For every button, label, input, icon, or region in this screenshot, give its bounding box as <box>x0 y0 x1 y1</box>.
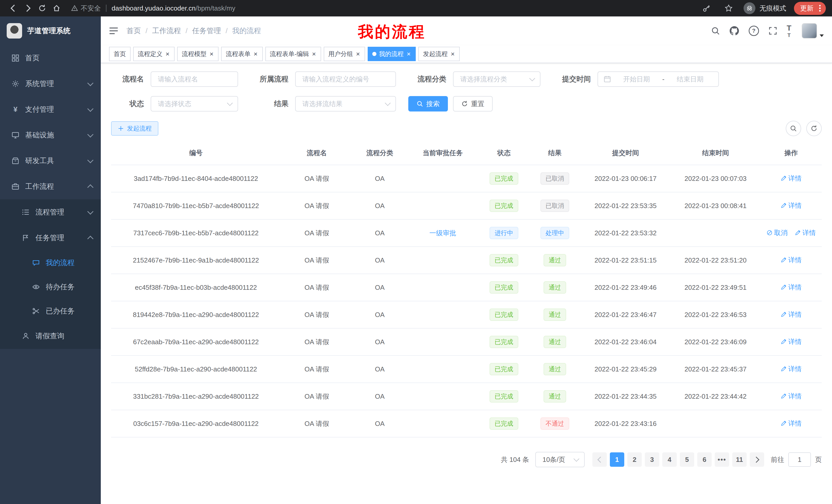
workflow-submenu: 流程管理 任务管理 我的流程 待办任务 <box>0 199 101 349</box>
submit-time-range-picker[interactable]: - <box>598 72 719 87</box>
detail-action-link[interactable]: 详情 <box>781 337 802 346</box>
end-date-input[interactable] <box>668 75 713 84</box>
current-task-link[interactable]: 一级审批 <box>430 229 456 237</box>
tabs-bar: 首页流程定义×流程模型×流程表单×流程表单-编辑×用户分组×我的流程×发起流程× <box>101 45 832 63</box>
browser-update-button[interactable]: 更新 <box>794 2 826 15</box>
category-select-input[interactable] <box>459 75 527 84</box>
app-logo[interactable]: 芋道管理系统 <box>0 17 101 45</box>
sidebar-item-process-management[interactable]: 流程管理 <box>0 199 101 225</box>
reset-button[interactable]: 重置 <box>453 96 493 111</box>
sidebar-item-my-process[interactable]: 我的流程 <box>0 251 101 275</box>
fullscreen-icon[interactable] <box>769 27 777 35</box>
search-icon[interactable] <box>711 26 720 35</box>
process-definition-input[interactable] <box>301 75 390 84</box>
edit-icon <box>781 175 787 181</box>
start-process-button[interactable]: 发起流程 <box>111 121 158 136</box>
help-icon[interactable]: ? <box>749 26 759 36</box>
cell-actions: 详情 <box>760 192 822 219</box>
status-select[interactable] <box>151 96 238 111</box>
tab-用户分组[interactable]: 用户分组× <box>324 47 365 61</box>
detail-action-link[interactable]: 详情 <box>781 201 802 210</box>
hamburger-icon[interactable] <box>109 27 118 35</box>
tab-close-icon[interactable]: × <box>406 51 411 57</box>
process-name-input[interactable] <box>157 75 232 84</box>
tab-流程定义[interactable]: 流程定义× <box>133 47 175 61</box>
pager-page-2[interactable]: 2 <box>627 452 642 467</box>
tab-close-icon[interactable]: × <box>165 51 170 57</box>
sidebar-item-system-management[interactable]: 系统管理 <box>0 71 101 96</box>
browser-home-button[interactable] <box>49 1 64 16</box>
category-select[interactable] <box>453 72 541 87</box>
tab-close-icon[interactable]: × <box>356 51 361 57</box>
cell-status: 已完成 <box>479 356 529 383</box>
browser-back-button[interactable] <box>6 1 21 16</box>
tab-close-icon[interactable]: × <box>312 51 316 57</box>
toolbox-icon <box>11 157 20 165</box>
tab-流程模型[interactable]: 流程模型× <box>177 47 218 61</box>
detail-action-link[interactable]: 详情 <box>781 365 802 373</box>
column-header-result: 结果 <box>529 141 580 165</box>
sidebar-item-dev-tools[interactable]: 研发工具 <box>0 148 101 174</box>
sidebar-item-todo-tasks[interactable]: 待办任务 <box>0 275 101 299</box>
search-button[interactable]: 搜索 <box>408 96 448 111</box>
status-select-input[interactable] <box>157 100 225 108</box>
cell-end-time: 2022-01-22 23:51:20 <box>671 247 760 274</box>
detail-action-link[interactable]: 详情 <box>781 283 802 292</box>
process-definition-input-wrap <box>295 72 396 87</box>
breadcrumb-item[interactable]: 任务管理 <box>192 26 221 36</box>
pager-more-button[interactable]: ••• <box>715 452 729 467</box>
result-select-input[interactable] <box>301 100 383 108</box>
toggle-search-button[interactable] <box>786 121 801 136</box>
page-size-select[interactable] <box>535 452 585 467</box>
detail-action-link[interactable]: 详情 <box>781 419 802 428</box>
sidebar-item-infrastructure[interactable]: 基础设施 <box>0 122 101 148</box>
tab-流程表单[interactable]: 流程表单× <box>221 47 262 61</box>
pager-next-button[interactable] <box>750 452 764 467</box>
pager-page-5[interactable]: 5 <box>680 452 694 467</box>
breadcrumb-item[interactable]: 首页 <box>127 26 141 36</box>
sidebar-item-payment-management[interactable]: ¥ 支付管理 <box>0 96 101 122</box>
result-select[interactable] <box>295 96 396 111</box>
tab-close-icon[interactable]: × <box>450 51 455 57</box>
font-size-icon[interactable]: TT <box>787 24 792 38</box>
cancel-action-link[interactable]: 取消 <box>766 228 787 237</box>
sidebar-item-done-tasks[interactable]: 已办任务 <box>0 299 101 323</box>
breadcrumb-item[interactable]: 工作流程 <box>152 26 181 36</box>
pager-page-1[interactable]: 1 <box>610 452 624 467</box>
sidebar-item-leave-query[interactable]: 请假查询 <box>0 323 101 349</box>
detail-action-link[interactable]: 详情 <box>781 310 802 319</box>
sidebar-item-task-management[interactable]: 任务管理 <box>0 225 101 251</box>
address-bar[interactable]: 不安全 dashboard.yudao.iocoder.cn/bpm/task/… <box>71 4 235 13</box>
tab-close-icon[interactable]: × <box>253 51 258 57</box>
page-size-value[interactable] <box>542 455 571 464</box>
cell-current-task <box>407 301 479 328</box>
detail-action-link[interactable]: 详情 <box>781 256 802 264</box>
pager-prev-button[interactable] <box>592 452 607 467</box>
user-menu[interactable] <box>802 23 824 38</box>
tab-我的流程[interactable]: 我的流程× <box>368 47 416 61</box>
bookmark-star-icon[interactable] <box>722 1 736 16</box>
sidebar-item-workflow[interactable]: 工作流程 <box>0 174 101 199</box>
browser-menu-icon[interactable] <box>817 5 822 11</box>
tab-首页[interactable]: 首页 <box>109 47 131 61</box>
pagination: 共 104 条 123456•••11 前往 页 <box>111 452 822 488</box>
detail-action-link[interactable]: 详情 <box>781 392 802 401</box>
pager-page-4[interactable]: 4 <box>662 452 677 467</box>
pager-page-6[interactable]: 6 <box>697 452 712 467</box>
password-key-icon[interactable] <box>699 1 714 16</box>
tab-发起流程[interactable]: 发起流程× <box>418 47 460 61</box>
github-icon[interactable] <box>730 26 739 35</box>
sidebar-item-home[interactable]: 首页 <box>0 45 101 71</box>
tab-流程表单-编辑[interactable]: 流程表单-编辑× <box>265 47 321 61</box>
avatar[interactable] <box>802 23 817 38</box>
refresh-table-button[interactable] <box>806 121 822 136</box>
pager-page-11[interactable]: 11 <box>732 452 747 467</box>
detail-action-link[interactable]: 详情 <box>795 228 816 237</box>
pager-page-3[interactable]: 3 <box>645 452 659 467</box>
browser-forward-button[interactable] <box>21 1 35 16</box>
detail-action-link[interactable]: 详情 <box>781 174 802 183</box>
start-date-input[interactable] <box>614 75 659 84</box>
pager-jump-input[interactable] <box>788 452 811 467</box>
browser-reload-button[interactable] <box>35 1 49 16</box>
tab-close-icon[interactable]: × <box>209 51 214 57</box>
